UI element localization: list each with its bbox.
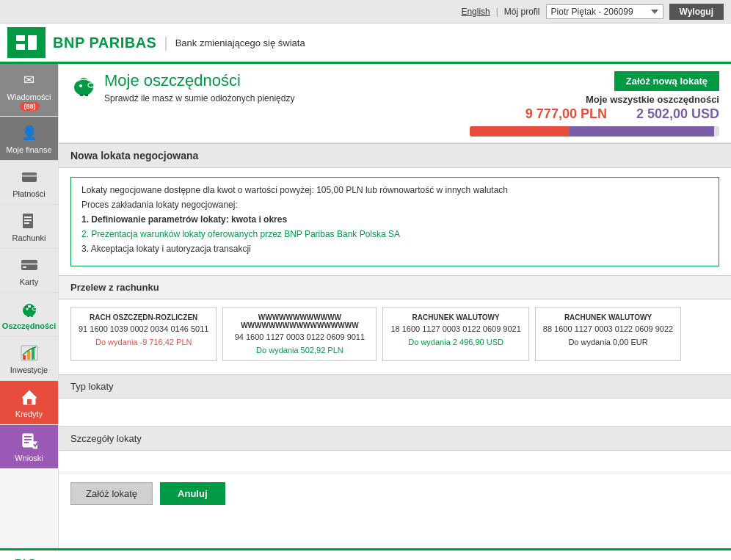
account-name-3: RACHUNEK WALUTOWY	[543, 313, 673, 321]
karty-icon	[19, 255, 40, 275]
svg-rect-4	[22, 172, 37, 182]
page-title: Moje oszczędności	[104, 71, 294, 90]
savings-icon	[70, 73, 97, 101]
svg-rect-21	[27, 351, 30, 360]
svg-rect-24	[27, 399, 32, 404]
sidebar-label-platnosci: Płatności	[12, 189, 46, 198]
page-title-block: Moje oszczędności Sprawdź ile masz w sum…	[104, 71, 294, 103]
page-header-right: Załóż nową lokatę Moje wszystkie oszczęd…	[426, 71, 719, 137]
sidebar-label-oszczednosci: Oszczędności	[2, 321, 56, 330]
wnioski-icon	[19, 431, 40, 451]
account-name-1: WWWWWWWWWWWW WWWWWWWWWWWWWWWWW	[230, 313, 368, 330]
svg-point-31	[88, 83, 94, 87]
sidebar-label-karty: Karty	[20, 277, 39, 286]
typ-lokaty-section: Typ lokaty	[59, 374, 731, 421]
svg-rect-1	[16, 35, 25, 41]
info-box: Lokaty negocjowane dostępne dla kwot o w…	[70, 177, 719, 266]
sidebar: ✉ Wiadomości(88) 👤 Moje finanse Płatnośc…	[0, 64, 59, 548]
account-balance-3: Do wydania 0,00 EUR	[543, 338, 673, 346]
svg-rect-8	[24, 219, 32, 221]
svg-point-32	[79, 84, 82, 87]
user-selector[interactable]: Piotr Piętak - 206099	[546, 4, 663, 19]
svg-rect-16	[27, 315, 29, 317]
sidebar-label-kredyty: Kredyty	[15, 410, 43, 418]
bar-pln	[470, 126, 570, 137]
sidebar-item-rachunki[interactable]: Rachunki	[0, 205, 58, 249]
payment-icon	[19, 167, 40, 187]
sidebar-item-moje-finanse[interactable]: 👤 Moje finanse	[0, 117, 58, 161]
logout-button[interactable]: Wyloguj	[669, 4, 724, 20]
bank-tagline: Bank zmieniającego się świata	[175, 37, 305, 48]
page-subtitle: Sprawdź ile masz w sumie odłożonych pien…	[104, 93, 294, 103]
content-area: Moje oszczędności Sprawdź ile masz w sum…	[59, 64, 731, 548]
svg-rect-17	[31, 315, 33, 317]
logo-box	[7, 27, 46, 58]
mail-icon: ✉	[19, 70, 40, 90]
sidebar-label-rachunki: Rachunki	[12, 233, 46, 242]
savings-usd-amount: 2 502,00 USD	[636, 106, 719, 122]
account-number-1: 94 1600 1127 0003 0122 0609 9011	[230, 332, 368, 341]
bar-usd	[570, 126, 714, 137]
account-card-1[interactable]: WWWWWWWWWWWW WWWWWWWWWWWWWWWWW 94 1600 1…	[222, 307, 377, 361]
step-2: 2. Prezentacja warunków lokaty oferowany…	[81, 229, 708, 239]
sidebar-item-inwestycje[interactable]: Inwestycje	[0, 337, 58, 381]
page-header: Moje oszczędności Sprawdź ile masz w sum…	[59, 64, 731, 143]
svg-rect-27	[24, 439, 32, 440]
typ-lokaty-title: Typ lokaty	[59, 375, 731, 399]
account-name-2: RACHUNEK WALUTOWY	[390, 313, 520, 321]
svg-rect-3	[28, 35, 37, 50]
svg-rect-12	[23, 266, 26, 268]
header-separator: |	[164, 34, 167, 51]
svg-rect-5	[22, 175, 37, 177]
new-lokata-button[interactable]: Załóż nową lokatę	[614, 71, 719, 91]
page-header-left: Moje oszczędności Sprawdź ile masz w sum…	[70, 71, 426, 103]
szczegoly-section: Szczegóły lokaty	[59, 426, 731, 473]
footer: Pl@net Kontakt | Aktualności | Kursy wal…	[0, 548, 731, 560]
transfer-section-title: Przelew z rachunku	[59, 275, 731, 299]
account-number-3: 88 1600 1127 0003 0122 0609 9022	[543, 324, 673, 333]
bank-name: BNP PARIBAS	[53, 34, 156, 51]
info-line1: Lokaty negocjowane dostępne dla kwot o w…	[81, 185, 708, 195]
sidebar-item-wnioski[interactable]: Wnioski	[0, 425, 58, 469]
sep1: |	[496, 7, 498, 17]
account-card-3[interactable]: RACHUNEK WALUTOWY 88 1600 1127 0003 0122…	[535, 307, 681, 361]
zaloz-lokata-button[interactable]: Załóż lokatę	[70, 482, 153, 505]
svg-point-15	[26, 308, 28, 310]
account-card-0[interactable]: RACH OSZCZĘDN-ROZLICZEN 91 1600 1039 000…	[70, 307, 217, 361]
svg-rect-2	[16, 44, 25, 50]
svg-rect-18	[28, 305, 31, 308]
account-balance-1: Do wydania 502,92 PLN	[230, 346, 368, 354]
badge-wiadomosci: (88)	[20, 102, 39, 111]
anuluj-button[interactable]: Anuluj	[160, 482, 225, 505]
svg-rect-20	[23, 355, 26, 360]
main-layout: ✉ Wiadomości(88) 👤 Moje finanse Płatnośc…	[0, 64, 731, 548]
person-icon: 👤	[19, 123, 40, 143]
sidebar-item-wiadomosci[interactable]: ✉ Wiadomości(88)	[0, 64, 58, 117]
savings-pln-amount: 9 777,00 PLN	[525, 106, 607, 122]
sidebar-item-oszczednosci[interactable]: Oszczędności	[0, 293, 58, 337]
form-buttons: Załóż lokatę Anuluj	[59, 473, 731, 514]
account-card-2[interactable]: RACHUNEK WALUTOWY 18 1600 1127 0003 0122…	[382, 307, 528, 361]
sidebar-item-kredyty[interactable]: Kredyty	[0, 381, 58, 425]
bnp-logo-icon	[13, 32, 40, 53]
account-cards: RACH OSZCZĘDN-ROZLICZEN 91 1600 1039 000…	[59, 299, 731, 368]
szczegoly-content	[59, 451, 731, 473]
savings-label: Moje wszystkie oszczędności	[586, 94, 719, 105]
savings-amounts: 9 777,00 PLN 2 502,00 USD	[525, 106, 719, 122]
sidebar-label-wnioski: Wnioski	[15, 454, 43, 462]
sidebar-label-moje-finanse: Moje finanse	[6, 145, 51, 154]
my-profile-link[interactable]: Mój profil	[504, 7, 540, 17]
sidebar-item-karty[interactable]: Karty	[0, 249, 58, 293]
svg-point-14	[32, 308, 37, 310]
sidebar-item-platnosci[interactable]: Płatności	[0, 161, 58, 205]
svg-rect-33	[80, 94, 83, 96]
step-1: 1. Definiowanie parametrów lokaty: kwota…	[81, 214, 708, 225]
step1-bold: 1. Definiowanie parametrów lokaty: kwota…	[81, 214, 287, 225]
account-balance-0: Do wydania -9 716,42 PLN	[79, 338, 208, 346]
site-header: BNP PARIBAS | Bank zmieniającego się świ…	[0, 23, 731, 64]
language-selector[interactable]: English	[461, 7, 490, 17]
svg-rect-22	[32, 348, 34, 360]
typ-lokaty-content	[59, 399, 731, 421]
account-number-0: 91 1600 1039 0002 0034 0146 5011	[79, 324, 208, 333]
info-process-label: Proces zakładania lokaty negocjowanej:	[81, 200, 708, 210]
